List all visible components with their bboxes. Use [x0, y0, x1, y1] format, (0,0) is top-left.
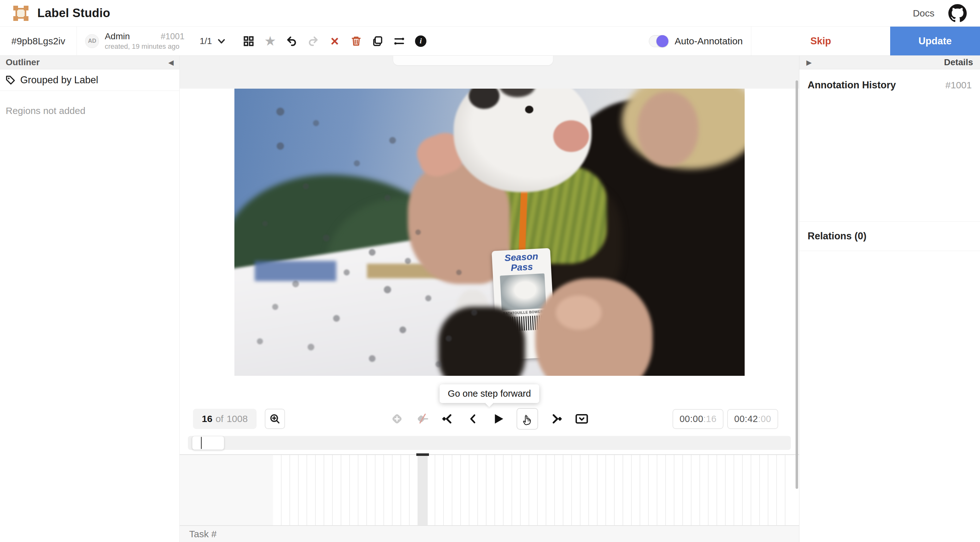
skip-button[interactable]: Skip [751, 27, 890, 56]
label-studio-logo-icon[interactable] [13, 6, 29, 21]
foreground-hand-shape [556, 295, 602, 330]
keyframe-forward-icon [549, 412, 563, 426]
github-icon[interactable] [948, 4, 967, 22]
collapse-frames-button[interactable] [575, 412, 589, 426]
current-frame-marker[interactable] [416, 453, 429, 456]
opossum-eye-shape [525, 106, 533, 113]
update-button[interactable]: Update [890, 27, 980, 56]
expand-right-icon[interactable]: ▶ [807, 59, 812, 67]
collapse-left-icon[interactable]: ◀ [168, 59, 173, 67]
timeline-minimap[interactable] [188, 436, 791, 450]
video-frame[interactable]: Season Pass RATATOUILLE BOWERS [234, 89, 745, 376]
outliner-sidebar: Outliner ◀ Grouped by Label Regions not … [0, 56, 180, 542]
relations-settings-icon[interactable] [393, 35, 406, 48]
redo-icon[interactable] [307, 35, 320, 48]
opossum-nose-shape [553, 120, 589, 152]
diamond-slash-icon [415, 412, 429, 426]
add-region-button[interactable] [390, 412, 404, 426]
annotation-id: #1001 [161, 32, 185, 41]
header-right: Docs [913, 4, 967, 22]
annotation-history-id: #1001 [945, 80, 972, 91]
annotation-created: created, 19 minutes ago [105, 42, 185, 51]
app-header: Label Studio Docs [0, 0, 980, 27]
play-icon [492, 412, 505, 426]
minimap-viewport-handle[interactable] [192, 436, 224, 450]
keyframe-back-icon [441, 412, 455, 426]
sleeve-shape [438, 307, 525, 376]
annotation-toolbar: #9pb8Lgs2iv AD Admin #1001 created, 19 m… [0, 27, 980, 56]
info-icon[interactable]: i [414, 35, 427, 48]
task-label: Task # [189, 529, 217, 539]
toggle-knob [656, 35, 668, 47]
tag-icon [6, 75, 15, 85]
toolbar-right: Auto-Annotation Skip Update [649, 27, 980, 56]
step-back-button[interactable] [466, 412, 480, 426]
workspace: Outliner ◀ Grouped by Label Regions not … [0, 56, 980, 542]
next-keyframe-button[interactable] [549, 412, 563, 426]
outliner-title: Outliner [6, 57, 40, 67]
playback-cluster [390, 408, 589, 430]
current-frame: 16 [202, 413, 212, 424]
total-frames: 1008 [226, 413, 248, 424]
play-button[interactable] [491, 412, 505, 426]
delete-icon[interactable] [350, 35, 363, 48]
magnifier-plus-icon [269, 413, 281, 424]
group-by-label-row[interactable]: Grouped by Label [0, 69, 179, 91]
main-content: Season Pass RATATOUILLE BOWERS Go one st… [180, 56, 799, 542]
app-title: Label Studio [37, 6, 110, 20]
annotation-history-title: Annotation History [808, 80, 896, 91]
person-face-shape [637, 91, 699, 166]
grid-view-icon[interactable] [242, 35, 255, 48]
building-shape [255, 261, 336, 281]
duplicate-icon[interactable] [371, 35, 384, 48]
star-icon[interactable]: ★ [264, 35, 277, 48]
avatar: AD [85, 34, 99, 48]
label-studio-app: Label Studio Docs #9pb8Lgs2iv AD Admin #… [0, 0, 980, 542]
chevron-down-icon [217, 37, 226, 46]
player-controls: 16of1008 [180, 403, 799, 435]
regions-empty-text: Regions not added [0, 91, 179, 131]
tooltip: Go one step forward [440, 384, 539, 403]
timeline-label-gutter [180, 455, 273, 525]
details-header: ▶ Details [799, 56, 980, 69]
outliner-header: Outliner ◀ [0, 56, 179, 69]
vertical-scrollbar[interactable] [795, 80, 798, 489]
annotation-history-section[interactable]: Annotation History #1001 [799, 69, 980, 100]
zoom-in-button[interactable] [265, 409, 285, 429]
undo-icon[interactable] [285, 35, 298, 48]
annotation-pagination[interactable]: 1/1 [200, 36, 226, 46]
reject-icon[interactable]: × [328, 35, 341, 48]
video-container: Season Pass RATATOUILLE BOWERS [180, 89, 799, 376]
auto-annotation-label: Auto-Annotation [675, 36, 743, 46]
relations-section[interactable]: Relations (0) [799, 221, 980, 251]
details-panel: ▶ Details Annotation History #1001 Relat… [799, 56, 980, 542]
group-mode-label: Grouped by Label [20, 74, 98, 86]
details-title: Details [944, 57, 973, 67]
docs-link[interactable]: Docs [913, 8, 934, 19]
playhead-marker [201, 437, 202, 449]
auto-annotation-toggle[interactable] [649, 35, 668, 47]
collapse-frames-icon [575, 411, 589, 426]
chevron-left-icon [466, 413, 479, 425]
task-bar: Task # [180, 526, 799, 542]
prev-keyframe-button[interactable] [441, 412, 455, 426]
foreground-hand-shape [535, 278, 652, 376]
annotator-name: Admin [105, 31, 130, 41]
floating-panel-peek [393, 56, 553, 65]
interpolation-toggle-button[interactable] [415, 412, 429, 426]
frame-counter-input[interactable]: 16of1008 [193, 409, 256, 429]
time-displays: 00:00:16 00:42:00 [673, 409, 778, 429]
badge-photo [500, 273, 547, 311]
task-id: #9pb8Lgs2iv [0, 36, 76, 46]
timeline-frame-grid[interactable] [273, 455, 787, 525]
frames-timeline[interactable] [180, 454, 799, 526]
toolbar-icons: ★ × i [242, 35, 427, 48]
relations-title: Relations (0) [808, 231, 866, 242]
hand-cursor-icon [522, 413, 534, 426]
content-top-strip [180, 56, 799, 89]
step-forward-button[interactable] [517, 408, 538, 430]
annotator-block[interactable]: AD Admin #1001 created, 19 minutes ago [77, 31, 192, 51]
current-time-input[interactable]: 00:00:16 [673, 409, 724, 429]
pagination-value: 1/1 [200, 36, 212, 46]
total-time-input[interactable]: 00:42:00 [727, 409, 778, 429]
